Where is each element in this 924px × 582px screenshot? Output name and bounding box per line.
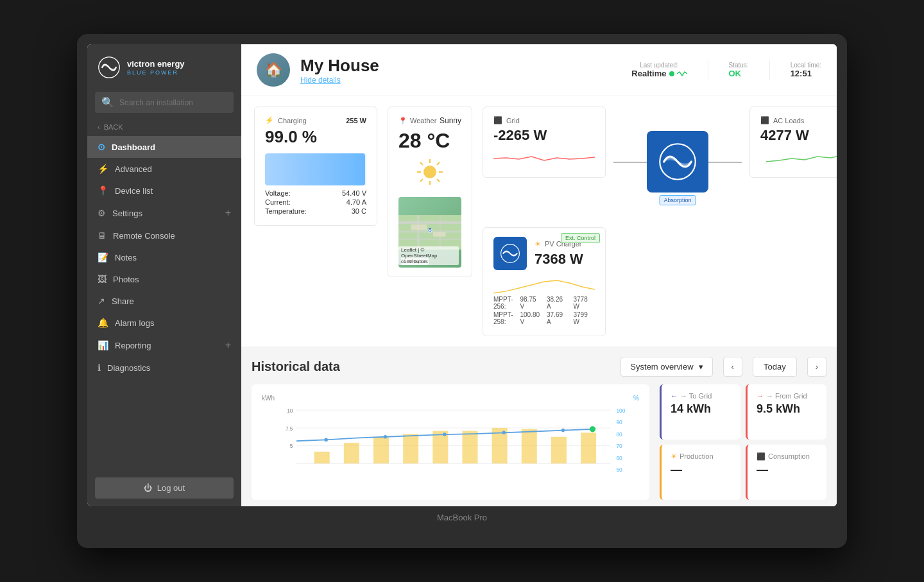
search-box[interactable]: 🔍: [95, 92, 234, 113]
svg-point-50: [590, 426, 595, 432]
ac-loads-icon: ⬛: [760, 116, 769, 124]
sidebar-item-alarm-logs[interactable]: 🔔 Alarm logs: [87, 312, 241, 334]
weather-temp: 28 °C: [398, 129, 461, 153]
historical-body: kWh % 10 7.5 5: [252, 384, 826, 500]
svg-rect-18: [433, 232, 446, 237]
prev-date-button[interactable]: ‹: [723, 357, 742, 377]
header-divider: [708, 60, 708, 80]
chevron-down-icon: ▾: [699, 362, 703, 372]
sidebar-item-label: Reporting: [115, 341, 151, 350]
svg-point-48: [502, 431, 506, 435]
sidebar-item-label: Dashboard: [112, 142, 155, 152]
local-time-meta: Local time: 12:51: [791, 62, 821, 78]
system-overview-dropdown[interactable]: System overview ▾: [620, 357, 712, 377]
house-title: My House: [300, 56, 621, 76]
ac-loads-mini-chart: [760, 149, 837, 168]
svg-line-7: [420, 162, 423, 165]
production-value: —: [671, 463, 732, 477]
svg-point-20: [429, 230, 431, 232]
y-axis-pct-label: %: [633, 395, 639, 402]
dashboard-icon: ⊙: [98, 142, 105, 152]
svg-point-2: [424, 166, 436, 178]
mppt-row-2: MPPT-258: 100.80 V 37.69 A 3799 W: [493, 311, 595, 325]
header-divider-2: [769, 60, 770, 80]
settings-plus-icon[interactable]: +: [225, 207, 231, 219]
last-updated-value: Realtime: [631, 69, 687, 78]
logout-icon: ⏻: [144, 483, 152, 493]
svg-text:100: 100: [616, 407, 625, 414]
svg-point-46: [384, 435, 388, 439]
grid-icon: ⬛: [493, 116, 502, 124]
pv-charger-card: Ext. Control ☀ PV Char: [483, 227, 606, 336]
charging-watts: 255 W: [346, 117, 366, 124]
hide-details-link[interactable]: Hide details: [300, 76, 621, 85]
realtime-indicator: [669, 71, 674, 76]
reporting-plus-icon[interactable]: +: [225, 339, 231, 351]
ext-control-badge: Ext. Control: [561, 233, 600, 243]
svg-text:50: 50: [616, 466, 622, 473]
search-input[interactable]: [119, 98, 227, 107]
production-sun-icon: ☀: [671, 452, 677, 461]
notes-icon: 📝: [98, 252, 108, 262]
today-button[interactable]: Today: [753, 357, 797, 377]
pv-mini-chart: [493, 275, 595, 295]
share-icon: ↗: [98, 296, 105, 306]
next-date-button[interactable]: ›: [807, 357, 826, 377]
sidebar-item-label: Settings: [112, 209, 142, 218]
main-header: 🏠 My House Hide details Last updated: Re…: [241, 44, 837, 96]
charging-card: ⚡ Charging 255 W 99.0 % Voltage: 54.40 V…: [254, 107, 377, 226]
sidebar-item-photos[interactable]: 🖼 Photos: [87, 268, 241, 290]
grid-card-value: -2265 W: [493, 127, 595, 144]
sidebar-item-share[interactable]: ↗ Share: [87, 290, 241, 312]
charging-bar-fill: [265, 153, 365, 185]
local-time-value: 12:51: [791, 69, 821, 78]
historical-header: Historical data System overview ▾ ‹ Toda…: [252, 357, 826, 377]
sidebar-item-notes[interactable]: 📝 Notes: [87, 246, 241, 268]
local-time-label: Local time:: [791, 62, 821, 69]
diagnostics-icon: ℹ: [98, 363, 101, 373]
svg-text:60: 60: [616, 455, 622, 461]
sidebar-item-advanced[interactable]: ⚡ Advanced: [87, 158, 241, 180]
stat-to-grid: ← → To Grid 14 kWh: [660, 384, 740, 440]
back-button[interactable]: ‹ BACK: [87, 118, 241, 136]
production-label: ☀ Production: [671, 452, 732, 461]
sidebar-item-device-list[interactable]: 📍 Device list: [87, 180, 241, 201]
sidebar-item-label: Photos: [113, 275, 139, 284]
svg-rect-42: [522, 429, 537, 464]
dashboard-grid: ⬛ Grid -2265 W: [241, 96, 837, 347]
ac-loads-title: ⬛ AC Loads: [760, 116, 837, 124]
absorption-badge: Absorption: [659, 195, 696, 205]
remote-console-icon: 🖥: [98, 230, 107, 241]
historical-chart: 10 7.5 5 100 90 80 70 60 50: [262, 404, 639, 481]
svg-point-45: [324, 438, 328, 442]
stats-grid: ← → To Grid 14 kWh → → From Grid 9.5 kWh: [660, 384, 826, 500]
historical-section: Historical data System overview ▾ ‹ Toda…: [241, 347, 837, 506]
from-grid-label: → → From Grid: [757, 392, 817, 400]
svg-rect-43: [551, 437, 567, 464]
sidebar-item-label: Device list: [115, 186, 153, 196]
advanced-icon: ⚡: [98, 164, 108, 174]
weather-top: 📍 Weather Sunny: [398, 116, 461, 125]
charging-voltage: Voltage: 54.40 V: [265, 189, 366, 197]
svg-text:10: 10: [287, 407, 293, 414]
svg-text:80: 80: [616, 431, 622, 438]
pv-icon: ☀: [535, 240, 541, 248]
sidebar-item-reporting[interactable]: 📊 Reporting +: [87, 334, 241, 357]
logout-button[interactable]: ⏻ Log out: [95, 477, 234, 499]
sidebar-item-settings[interactable]: ⚙ Settings +: [87, 201, 241, 225]
chart-axis-labels: kWh %: [262, 395, 639, 402]
back-arrow-icon: ‹: [98, 123, 100, 131]
sidebar-item-remote-console[interactable]: 🖥 Remote Console: [87, 225, 241, 246]
stat-from-grid: → → From Grid 9.5 kWh: [746, 384, 826, 440]
weather-title: 📍 Weather: [398, 117, 436, 125]
from-grid-value: 9.5 kWh: [757, 402, 817, 416]
svg-rect-40: [462, 431, 477, 464]
weather-status: Sunny: [440, 116, 461, 125]
consumption-label: ⬛ Consumption: [757, 452, 817, 461]
sidebar-item-diagnostics[interactable]: ℹ Diagnostics: [87, 357, 241, 379]
sidebar-item-dashboard[interactable]: ⊙ Dashboard: [87, 136, 241, 158]
to-grid-arrow-icon: ←: [671, 392, 678, 400]
sidebar-item-label: Notes: [115, 253, 137, 262]
to-grid-label: ← → To Grid: [671, 392, 732, 400]
main-content: 🏠 My House Hide details Last updated: Re…: [241, 44, 837, 506]
